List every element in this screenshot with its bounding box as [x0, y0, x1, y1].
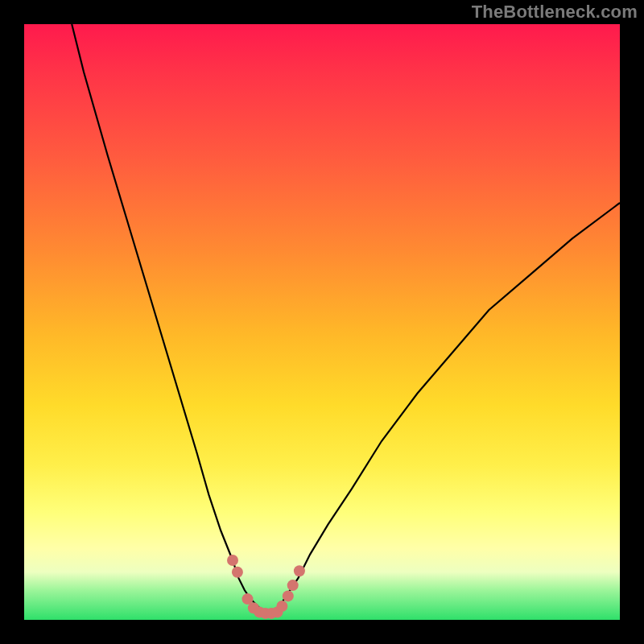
data-dot [287, 580, 299, 591]
chart-frame: TheBottleneck.com [0, 0, 644, 644]
curves-svg [24, 24, 620, 620]
curve-group [72, 24, 620, 613]
data-dot [283, 590, 294, 601]
dot-group [227, 555, 305, 619]
curve-right-curve [275, 203, 620, 611]
plot-area [24, 24, 620, 620]
watermark-text: TheBottleneck.com [472, 2, 638, 23]
curve-left-curve [72, 24, 262, 611]
data-dot [294, 565, 305, 576]
data-dot [232, 567, 243, 578]
data-dot [276, 601, 287, 612]
data-dot [227, 555, 238, 566]
